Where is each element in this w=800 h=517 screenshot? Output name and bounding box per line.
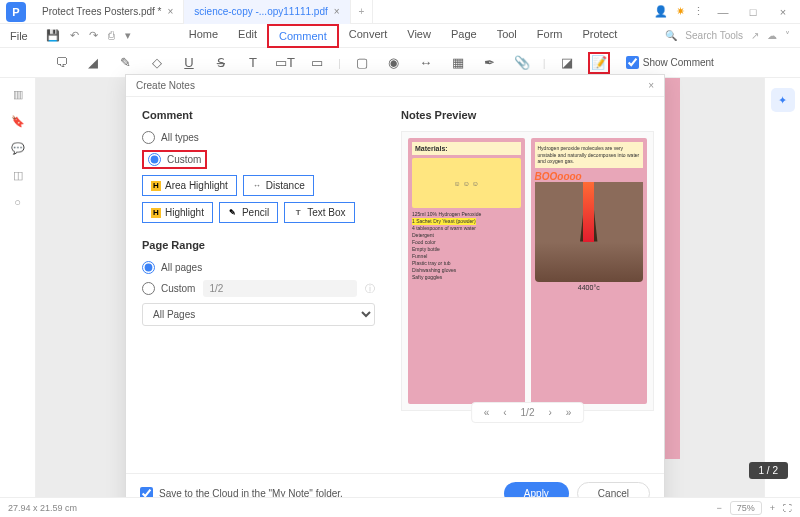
chevron-down-icon[interactable]: ˅ xyxy=(785,30,790,41)
strikethrough-tool-icon[interactable]: S̶ xyxy=(210,52,232,74)
page-indicator: 1/2 xyxy=(521,407,535,418)
close-icon[interactable]: × xyxy=(334,6,340,17)
menu-convert[interactable]: Convert xyxy=(339,24,398,48)
area-tool-icon[interactable]: ▦ xyxy=(447,52,469,74)
note-tool-icon[interactable]: 🗨 xyxy=(50,52,72,74)
next-page-icon[interactable]: › xyxy=(548,407,551,418)
kebab-icon[interactable]: ⋮ xyxy=(693,5,704,18)
save-icon[interactable]: 💾 xyxy=(46,29,60,42)
callout-tool-icon[interactable]: ▭ xyxy=(306,52,328,74)
app-icon: P xyxy=(6,2,26,22)
text-tool-icon[interactable]: T xyxy=(242,52,264,74)
search-panel-icon[interactable]: ○ xyxy=(14,196,21,208)
menu-tool[interactable]: Tool xyxy=(487,24,527,48)
materials-list: 125ml 10% Hydrogen Peroxide 1 Sachet Dry… xyxy=(412,211,521,281)
thumbnails-icon[interactable]: ▥ xyxy=(13,88,23,101)
zoom-level[interactable]: 75% xyxy=(730,501,762,515)
boom-text: BOOoooo xyxy=(535,171,644,182)
comment-heading: Comment xyxy=(142,109,375,121)
all-types-radio[interactable]: All types xyxy=(142,131,375,144)
volcano-illustration xyxy=(535,182,644,282)
bookmark-icon[interactable]: 🔖 xyxy=(11,115,25,128)
tab-label: Protect Trees Posters.pdf * xyxy=(42,6,162,17)
menu-home[interactable]: Home xyxy=(179,24,228,48)
print-icon[interactable]: ⎙ xyxy=(108,29,115,42)
show-comment-checkbox[interactable] xyxy=(626,56,639,69)
menu-page[interactable]: Page xyxy=(441,24,487,48)
underline-tool-icon[interactable]: U xyxy=(178,52,200,74)
comment-type-chips: HArea Highlight ↔Distance HHighlight ✎Pe… xyxy=(142,175,375,223)
dimensions-label: 27.94 x 21.59 cm xyxy=(8,503,77,513)
chip-highlight[interactable]: HHighlight xyxy=(142,202,213,223)
tab-1[interactable]: science-copy -...opy11111.pdf × xyxy=(184,0,350,24)
zoom-in-icon[interactable]: + xyxy=(770,503,775,513)
distance-tool-icon[interactable]: ↔ xyxy=(415,52,437,74)
dropdown-icon[interactable]: ▾ xyxy=(125,29,131,42)
textbox-tool-icon[interactable]: ▭T xyxy=(274,52,296,74)
custom-radio-highlight: Custom xyxy=(142,150,207,169)
maximize-button[interactable]: □ xyxy=(742,6,764,18)
menubar: File 💾 ↶ ↷ ⎙ ▾ Home Edit Comment Convert… xyxy=(0,24,800,48)
close-icon[interactable]: × xyxy=(168,6,174,17)
tab-0[interactable]: Protect Trees Posters.pdf * × xyxy=(32,0,184,24)
menu-comment[interactable]: Comment xyxy=(267,24,339,48)
chip-text-box[interactable]: TText Box xyxy=(284,202,354,223)
file-menu[interactable]: File xyxy=(0,30,38,42)
hide-tool-icon[interactable]: ◪ xyxy=(556,52,578,74)
left-rail: ▥ 🔖 💬 ◫ ○ xyxy=(0,78,36,497)
new-tab-button[interactable]: + xyxy=(351,0,374,24)
page-badge: 1 / 2 xyxy=(749,462,788,479)
notification-icon[interactable]: ✷ xyxy=(676,5,685,18)
fit-width-icon[interactable]: ⛶ xyxy=(783,503,792,513)
info-icon: ⓘ xyxy=(365,282,375,296)
comments-icon[interactable]: 💬 xyxy=(11,142,25,155)
preview-pager: « ‹ 1/2 › » xyxy=(471,402,585,423)
create-note-tool-icon[interactable]: 📝 xyxy=(588,52,610,74)
attachments-icon[interactable]: ◫ xyxy=(13,169,23,182)
search-icon: 🔍 xyxy=(665,30,677,41)
user-avatar-icon[interactable]: 👤 xyxy=(654,5,668,18)
custom-pages-input[interactable] xyxy=(203,280,357,297)
statusbar: 27.94 x 21.59 cm − 75% + ⛶ xyxy=(0,497,800,517)
minimize-button[interactable]: — xyxy=(712,6,734,18)
create-notes-dialog: Create Notes × Comment All types Custom … xyxy=(125,74,665,514)
cloud-icon[interactable]: ☁ xyxy=(767,30,777,41)
tab-label: science-copy -...opy11111.pdf xyxy=(194,6,327,17)
zoom-out-icon[interactable]: − xyxy=(716,503,721,513)
preview-card-2: Hydrogen peroxide molecules are very uns… xyxy=(531,138,648,404)
attach-tool-icon[interactable]: 📎 xyxy=(511,52,533,74)
right-rail: ✦ xyxy=(764,78,800,497)
menu-form[interactable]: Form xyxy=(527,24,573,48)
pencil-tool-icon[interactable]: ✎ xyxy=(114,52,136,74)
show-comment-toggle[interactable]: Show Comment xyxy=(626,56,714,69)
page-select[interactable]: All Pages xyxy=(142,303,375,326)
materials-illustration: ☺ ☺ ☺ xyxy=(412,158,521,208)
menu-view[interactable]: View xyxy=(397,24,441,48)
stamp-tool-icon[interactable]: ◉ xyxy=(383,52,405,74)
custom-pages-radio[interactable]: Custom xyxy=(142,282,195,295)
chip-distance[interactable]: ↔Distance xyxy=(243,175,314,196)
preview-heading: Notes Preview xyxy=(401,109,654,121)
menu-edit[interactable]: Edit xyxy=(228,24,267,48)
redo-icon[interactable]: ↷ xyxy=(89,29,98,42)
shape-tool-icon[interactable]: ▢ xyxy=(351,52,373,74)
all-pages-radio[interactable]: All pages xyxy=(142,261,375,274)
notes-preview: Materials: ☺ ☺ ☺ 125ml 10% Hydrogen Pero… xyxy=(401,131,654,411)
chip-area-highlight[interactable]: HArea Highlight xyxy=(142,175,237,196)
search-placeholder[interactable]: Search Tools xyxy=(685,30,743,41)
ai-panel-icon[interactable]: ✦ xyxy=(771,88,795,112)
last-page-icon[interactable]: » xyxy=(566,407,572,418)
page-range-heading: Page Range xyxy=(142,239,375,251)
prev-page-icon[interactable]: ‹ xyxy=(503,407,506,418)
menu-protect[interactable]: Protect xyxy=(572,24,627,48)
chip-pencil[interactable]: ✎Pencil xyxy=(219,202,278,223)
share-icon[interactable]: ↗ xyxy=(751,30,759,41)
close-button[interactable]: × xyxy=(772,6,794,18)
close-icon[interactable]: × xyxy=(648,80,654,91)
highlight-tool-icon[interactable]: ◢ xyxy=(82,52,104,74)
first-page-icon[interactable]: « xyxy=(484,407,490,418)
undo-icon[interactable]: ↶ xyxy=(70,29,79,42)
signature-tool-icon[interactable]: ✒ xyxy=(479,52,501,74)
eraser-tool-icon[interactable]: ◇ xyxy=(146,52,168,74)
custom-radio[interactable]: Custom xyxy=(148,153,201,166)
